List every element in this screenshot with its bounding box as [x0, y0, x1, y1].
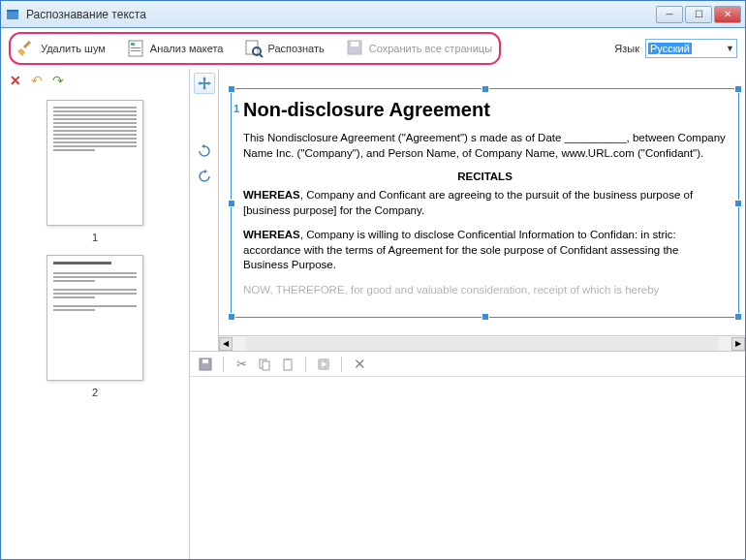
titlebar: Распознавание текста ─ ☐ ✕	[1, 1, 745, 28]
thumbnail-list: 1 2	[1, 92, 189, 559]
language-section: Язык Русский ▼	[614, 39, 737, 58]
svg-rect-9	[202, 359, 208, 363]
document-paragraph: WHEREAS, Company is willing to disclose …	[243, 228, 727, 273]
scroll-right-arrow[interactable]: ▶	[731, 337, 745, 351]
svg-rect-3	[131, 50, 140, 51]
resize-handle[interactable]	[228, 200, 235, 207]
thumbnail-preview	[47, 100, 143, 226]
scroll-track[interactable]	[246, 337, 718, 351]
language-select[interactable]: Русский ▼	[645, 39, 737, 58]
broom-icon	[17, 39, 37, 58]
svg-rect-7	[351, 42, 358, 47]
analyze-layout-button[interactable]: Анализ макета	[118, 34, 233, 63]
scroll-left-arrow[interactable]: ◀	[219, 337, 233, 351]
app-icon	[5, 7, 20, 22]
resize-handle[interactable]	[228, 85, 235, 93]
magnify-icon	[244, 39, 264, 58]
remove-noise-button[interactable]: Удалить шум	[9, 34, 114, 63]
document-row: 1 Non-disclosure Agreement This Nondiscl…	[190, 69, 745, 351]
thumbnail-number: 1	[9, 232, 181, 243]
save-all-button: Сохранить все страницы	[337, 34, 501, 63]
delete-x-icon[interactable]: ✕	[350, 355, 369, 374]
main-toolbar: Удалить шум Анализ макета Распознать Сох…	[1, 28, 745, 69]
delete-icon[interactable]: ✕	[7, 72, 24, 89]
svg-rect-13	[286, 358, 290, 360]
main-area: ✕ ↶ ↷ 1 2	[1, 69, 745, 559]
sidebar-toolbar: ✕ ↶ ↷	[1, 69, 189, 92]
bottom-panel-content	[190, 377, 745, 559]
language-label: Язык	[614, 43, 639, 54]
redo-icon[interactable]: ↷	[49, 72, 67, 89]
horizontal-scrollbar[interactable]: ◀ ▶	[219, 335, 745, 351]
document-tools	[190, 69, 219, 351]
svg-rect-12	[284, 359, 292, 370]
svg-rect-11	[263, 361, 269, 370]
rotate-left-button[interactable]	[194, 140, 215, 162]
thumbnail-page-2[interactable]: 2	[9, 255, 181, 398]
divider	[223, 357, 224, 372]
resize-handle[interactable]	[482, 85, 489, 93]
chevron-down-icon: ▼	[726, 44, 734, 53]
save-icon[interactable]	[196, 355, 215, 374]
bottom-panel-toolbar: ✂ ✕	[190, 352, 745, 377]
recitals-heading: RECITALS	[243, 171, 727, 182]
thumbnail-number: 2	[9, 387, 181, 398]
document-title: 1 Non-disclosure Agreement	[243, 99, 727, 121]
copy-icon[interactable]	[255, 355, 274, 374]
document-view[interactable]: 1 Non-disclosure Agreement This Nondiscl…	[219, 69, 745, 335]
document-paragraph: NOW, THEREFORE, for good and valuable co…	[243, 283, 727, 298]
divider	[305, 357, 306, 372]
selection-region[interactable]: 1 Non-disclosure Agreement This Nondiscl…	[231, 88, 739, 318]
resize-handle[interactable]	[734, 200, 742, 207]
bottom-panel: ✂ ✕	[190, 351, 745, 559]
document-paragraph: WHEREAS, Company and Conficant are agree…	[243, 188, 727, 218]
recognize-button[interactable]: Распознать	[235, 34, 332, 63]
thumbnail-page-1[interactable]: 1	[9, 100, 181, 243]
minimize-button[interactable]: ─	[656, 6, 683, 23]
resize-handle[interactable]	[734, 313, 742, 321]
resize-handle[interactable]	[228, 313, 235, 321]
move-tool-button[interactable]	[194, 73, 215, 94]
maximize-button[interactable]: ☐	[685, 6, 712, 23]
close-button[interactable]: ✕	[714, 6, 741, 23]
thumbnail-preview	[47, 255, 143, 381]
resize-handle[interactable]	[734, 85, 742, 93]
resize-handle[interactable]	[482, 313, 489, 321]
paste-icon[interactable]	[278, 355, 297, 374]
svg-rect-2	[131, 47, 140, 48]
region-number: 1	[233, 103, 239, 114]
sidebar: ✕ ↶ ↷ 1 2	[1, 69, 190, 559]
rotate-right-button[interactable]	[194, 166, 215, 187]
divider	[341, 357, 342, 372]
save-icon	[346, 39, 365, 58]
cut-icon[interactable]: ✂	[232, 355, 251, 374]
content-area: 1 Non-disclosure Agreement This Nondiscl…	[190, 69, 745, 559]
layout-icon	[127, 39, 146, 58]
window-buttons: ─ ☐ ✕	[654, 6, 741, 23]
svg-rect-1	[131, 43, 135, 46]
titlebar-text: Распознавание текста	[26, 8, 654, 21]
play-icon[interactable]	[314, 355, 333, 374]
document-paragraph: This Nondisclosure Agreement ("Agreement…	[243, 131, 727, 161]
undo-icon[interactable]: ↶	[28, 72, 46, 89]
